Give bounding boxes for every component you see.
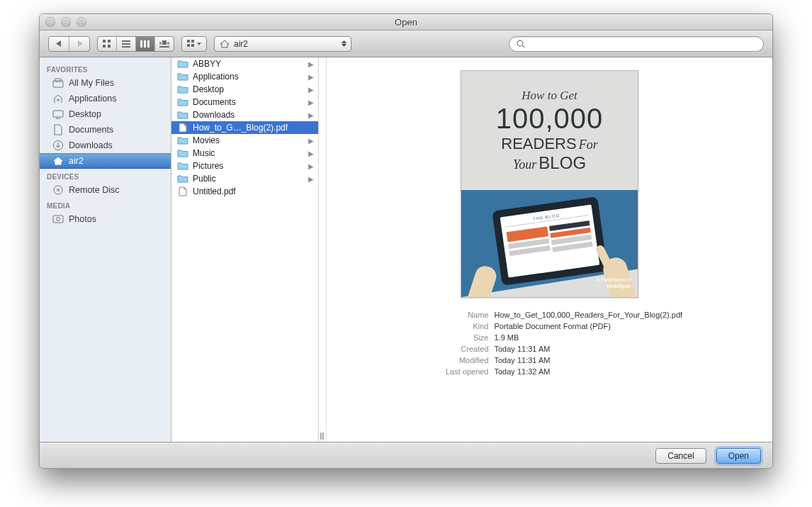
sidebar-item-remote-disc[interactable]: Remote Disc: [40, 182, 171, 198]
preview-pane: How to Get 100,000 READERS For Your BLOG…: [327, 57, 772, 442]
thumb-line3b: BLOG: [538, 153, 586, 172]
dialog-buttons: Cancel Open: [40, 442, 772, 469]
sidebar-item-label: Desktop: [69, 109, 101, 119]
sidebar-item-label: Applications: [69, 94, 116, 104]
disclosure-arrow-icon: ▶: [308, 150, 314, 157]
column-splitter[interactable]: [319, 57, 327, 442]
meta-key: Size: [401, 332, 489, 343]
sidebar-item-air2[interactable]: air2: [40, 153, 171, 169]
pub-brand: HubSpot: [597, 283, 631, 290]
disc-icon: [52, 184, 64, 196]
folder-icon: [177, 71, 188, 82]
search-icon: [515, 38, 526, 50]
svg-rect-16: [187, 40, 190, 43]
meta-key: Name: [401, 309, 489, 321]
svg-rect-29: [53, 111, 63, 117]
svg-marker-20: [197, 43, 201, 45]
svg-line-24: [522, 45, 524, 48]
folder-icon: [177, 96, 188, 108]
file-row-label: Movies: [193, 135, 220, 145]
documents-icon: [52, 124, 64, 135]
thumb-line1: How to Get: [521, 89, 577, 103]
folder-icon: [177, 173, 188, 184]
sidebar-item-all-my-files[interactable]: All My Files: [40, 75, 171, 91]
file-row[interactable]: Applications▶: [171, 70, 318, 83]
home-icon: [219, 38, 230, 50]
file-row-label: Untitled.pdf: [193, 186, 236, 196]
meta-row: Size1.9 MB: [401, 332, 699, 343]
sidebar-section-header: DEVICES: [40, 169, 171, 182]
file-row[interactable]: Documents▶: [171, 96, 318, 108]
sidebar-item-label: Documents: [69, 125, 113, 135]
svg-rect-10: [144, 40, 146, 48]
file-row[interactable]: Movies▶: [171, 134, 318, 147]
column-view-button[interactable]: [136, 37, 155, 51]
file-row[interactable]: Public▶: [171, 172, 318, 185]
svg-point-33: [54, 186, 62, 194]
file-row[interactable]: Untitled.pdf: [171, 185, 318, 198]
sidebar-item-applications[interactable]: Applications: [40, 91, 171, 106]
file-row[interactable]: How_to_G…_Blog(2).pdf: [171, 121, 318, 134]
open-button[interactable]: Open: [716, 448, 761, 464]
meta-row: KindPortable Document Format (PDF): [401, 321, 699, 332]
arrange-button[interactable]: [182, 37, 206, 51]
sidebar-item-documents[interactable]: Documents: [40, 122, 171, 138]
svg-rect-18: [187, 44, 190, 47]
sidebar-item-desktop[interactable]: Desktop: [40, 106, 171, 122]
file-row[interactable]: Downloads▶: [171, 108, 318, 121]
back-button[interactable]: [49, 37, 69, 51]
file-row[interactable]: Desktop▶: [171, 83, 318, 96]
file-thumbnail: How to Get 100,000 READERS For Your BLOG…: [461, 70, 638, 298]
file-row-label: Public: [193, 174, 216, 184]
svg-point-23: [517, 40, 523, 46]
disclosure-arrow-icon: ▶: [308, 162, 314, 170]
disclosure-arrow-icon: ▶: [308, 137, 314, 145]
coverflow-view-button[interactable]: [155, 37, 174, 51]
sidebar-item-photos[interactable]: Photos: [40, 211, 171, 227]
svg-rect-15: [159, 46, 169, 48]
svg-point-34: [57, 189, 60, 191]
file-row-label: Pictures: [193, 161, 223, 171]
file-row-label: Music: [193, 148, 215, 158]
svg-rect-3: [108, 40, 111, 43]
folder-icon: [177, 84, 188, 95]
toolbar: air2: [40, 30, 772, 57]
file-row[interactable]: Pictures▶: [171, 160, 318, 172]
file-row[interactable]: Music▶: [171, 147, 318, 160]
thumb-line2b: For: [579, 138, 598, 152]
home-icon: [52, 155, 64, 167]
search-field[interactable]: [509, 36, 764, 52]
svg-marker-21: [342, 40, 346, 43]
file-metadata: NameHow_to_Get_100,000_Readers_For_Your_…: [401, 309, 699, 377]
svg-marker-1: [78, 40, 83, 47]
thumb-line3a: Your: [513, 157, 536, 172]
icon-view-button[interactable]: [98, 37, 117, 51]
window-title: Open: [40, 17, 772, 28]
file-row-label: How_to_G…_Blog(2).pdf: [193, 123, 288, 133]
all-files-icon: [52, 77, 64, 89]
sidebar-section-header: FAVORITES: [40, 62, 171, 75]
pub-small: A Publication of: [597, 277, 631, 283]
file-row[interactable]: ABBYY▶: [171, 57, 318, 70]
photos-icon: [52, 213, 64, 225]
sidebar-item-label: air2: [69, 156, 84, 166]
svg-rect-8: [122, 46, 130, 48]
sidebar-item-label: Photos: [69, 214, 96, 224]
meta-value: Today 11:32 AM: [495, 366, 551, 377]
meta-row: CreatedToday 11:31 AM: [401, 343, 699, 355]
svg-rect-6: [122, 40, 130, 42]
search-input[interactable]: [530, 39, 757, 49]
meta-value: Today 11:31 AM: [495, 355, 551, 366]
path-popup[interactable]: air2: [214, 36, 351, 52]
svg-rect-35: [53, 216, 63, 223]
path-label: air2: [234, 39, 248, 49]
cancel-button[interactable]: Cancel: [655, 448, 706, 464]
list-view-button[interactable]: [117, 37, 136, 51]
file-column: ABBYY▶Applications▶Desktop▶Documents▶Dow…: [171, 57, 319, 442]
desktop-icon: [52, 108, 64, 120]
sidebar-item-label: All My Files: [69, 78, 114, 88]
folder-icon: [177, 160, 188, 172]
meta-row: NameHow_to_Get_100,000_Readers_For_Your_…: [401, 309, 699, 321]
forward-button[interactable]: [69, 37, 89, 51]
sidebar-item-downloads[interactable]: Downloads: [40, 138, 171, 153]
